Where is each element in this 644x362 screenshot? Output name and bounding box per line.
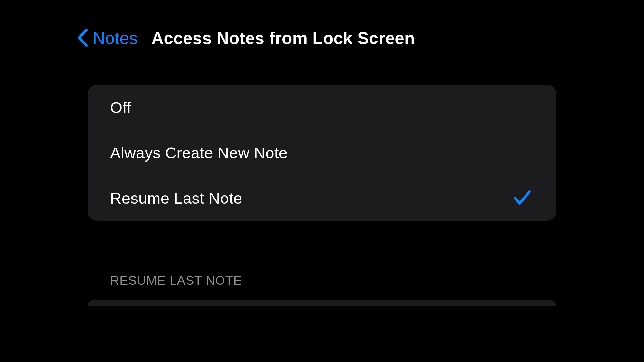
section-header: RESUME LAST NOTE bbox=[110, 274, 644, 288]
options-card: Off Always Create New Note Resume Last N… bbox=[88, 85, 556, 221]
page-title: Access Notes from Lock Screen bbox=[151, 28, 415, 48]
checkmark-icon bbox=[514, 190, 531, 207]
option-label: Always Create New Note bbox=[110, 144, 288, 162]
option-resume-last-note[interactable]: Resume Last Note bbox=[88, 175, 556, 221]
option-label: Off bbox=[110, 98, 131, 116]
back-button[interactable]: Notes bbox=[77, 28, 138, 48]
back-label: Notes bbox=[93, 28, 138, 48]
settings-screen: Notes Access Notes from Lock Screen Off … bbox=[0, 0, 644, 362]
option-off[interactable]: Off bbox=[88, 85, 556, 130]
nav-bar: Notes Access Notes from Lock Screen bbox=[0, 0, 644, 48]
resume-section-card bbox=[88, 300, 556, 306]
option-always-create-new-note[interactable]: Always Create New Note bbox=[88, 130, 556, 175]
option-label: Resume Last Note bbox=[110, 189, 242, 207]
chevron-left-icon bbox=[77, 29, 93, 48]
